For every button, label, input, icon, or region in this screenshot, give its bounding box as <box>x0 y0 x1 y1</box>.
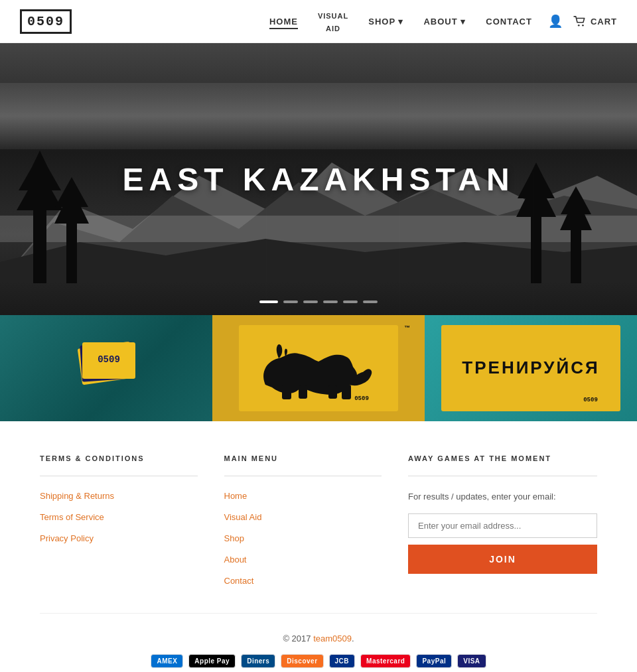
slideshow-dots <box>259 301 378 303</box>
footer-divider-3 <box>408 476 597 476</box>
svg-rect-16 <box>299 385 307 399</box>
copy-link[interactable]: team0509 <box>313 634 352 643</box>
nav-links: HOME VISUAL AID SHOP ▾ ABOUT ▾ CONTACT <box>269 9 532 34</box>
sticker-stack-svg: 0509 <box>40 325 173 411</box>
copyright: © 2017 team0509. <box>40 634 597 643</box>
footer-divider-2 <box>224 476 382 476</box>
dot-6[interactable] <box>363 301 378 303</box>
away-text: For results / updates, enter your email: <box>408 490 597 504</box>
footer-bottom: © 2017 team0509. AMEX Apple Pay Diners D… <box>40 613 597 668</box>
product-grid: 0509 0509 ™ ТРЕНИРУЙ <box>0 315 637 421</box>
dot-5[interactable] <box>343 301 358 303</box>
nav-item-about[interactable]: ABOUT ▾ <box>423 15 466 27</box>
terms-of-service-link[interactable]: Terms of Service <box>40 512 104 522</box>
cart-icon <box>573 16 587 27</box>
privacy-policy-link[interactable]: Privacy Policy <box>40 533 94 543</box>
email-input[interactable] <box>408 513 597 538</box>
footer-visual-aid-link[interactable]: Visual Aid <box>224 512 262 522</box>
nav-link-contact[interactable]: CONTACT <box>486 17 532 27</box>
nav-link-home[interactable]: HOME <box>269 17 298 29</box>
product-card-1[interactable]: 0509 <box>0 315 212 421</box>
svg-text:0509: 0509 <box>98 354 120 365</box>
hero-title: EAST KAZAKHSTAN <box>122 161 514 198</box>
svg-rect-18 <box>342 385 351 399</box>
footer-home-link[interactable]: Home <box>224 491 248 501</box>
footer-about-link[interactable]: About <box>224 555 247 565</box>
footer-away-heading: AWAY GAMES AT THE MOMENT <box>408 454 597 462</box>
svg-marker-7 <box>54 177 89 283</box>
shipping-returns-link[interactable]: Shipping & Returns <box>40 491 114 501</box>
cart-link[interactable]: CART <box>573 16 617 27</box>
dot-2[interactable] <box>283 301 298 303</box>
svg-point-0 <box>578 25 580 27</box>
footer-menu-heading: MAIN MENU <box>224 454 382 462</box>
dot-3[interactable] <box>303 301 318 303</box>
navbar: 0509 HOME VISUAL AID SHOP ▾ ABOUT ▾ CONT… <box>0 0 637 43</box>
footer-divider-1 <box>40 476 198 476</box>
menu-link-5[interactable]: Contact <box>224 574 382 586</box>
svg-point-1 <box>582 25 584 27</box>
nav-item-home[interactable]: HOME <box>269 15 298 27</box>
trees-right <box>511 131 617 283</box>
footer-menu-links: Home Visual Aid Shop About Contact <box>224 490 382 586</box>
logo-text: 0509 <box>20 9 72 34</box>
tm-mark: ™ <box>404 324 410 331</box>
discover-badge: Discover <box>281 654 323 668</box>
dot-4[interactable] <box>323 301 338 303</box>
nav-link-shop[interactable]: SHOP ▾ <box>368 17 403 27</box>
cyrillic-sticker-svg: ТРЕНИРУЙСЯ 0509 <box>438 322 624 415</box>
terms-link-1[interactable]: Shipping & Returns <box>40 490 198 502</box>
fog-overlay <box>0 83 637 149</box>
jcb-badge: JCB <box>329 654 356 668</box>
footer-menu-col: MAIN MENU Home Visual Aid Shop About Con… <box>224 454 382 586</box>
copy-text: © 2017 <box>283 634 311 643</box>
amex-badge: AMEX <box>151 654 183 668</box>
paypal-badge: PayPal <box>416 654 452 668</box>
footer-shop-link[interactable]: Shop <box>224 533 244 543</box>
footer-columns: TERMS & CONDITIONS Shipping & Returns Te… <box>40 454 597 613</box>
diners-badge: Diners <box>241 654 275 668</box>
terms-link-3[interactable]: Privacy Policy <box>40 532 198 544</box>
logo[interactable]: 0509 <box>20 9 72 34</box>
product-card-2[interactable]: 0509 ™ <box>212 315 425 421</box>
footer-away-col: AWAY GAMES AT THE MOMENT For results / u… <box>408 454 597 586</box>
menu-link-2[interactable]: Visual Aid <box>224 511 382 523</box>
product-card-3[interactable]: ТРЕНИРУЙСЯ 0509 <box>425 315 637 421</box>
svg-text:0509: 0509 <box>354 395 369 402</box>
nav-link-about[interactable]: ABOUT ▾ <box>423 17 466 27</box>
nav-link-visual-aid[interactable]: VISUAL AID <box>318 12 348 33</box>
svg-rect-15 <box>282 385 291 399</box>
dot-1[interactable] <box>259 301 278 303</box>
nav-item-visual-aid[interactable]: VISUAL AID <box>318 9 348 34</box>
mastercard-badge: Mastercard <box>360 654 411 668</box>
animal-svg: 0509 <box>232 322 405 415</box>
applepay-badge: Apple Pay <box>188 654 236 668</box>
footer-contact-link[interactable]: Contact <box>224 576 254 586</box>
cart-label: CART <box>591 17 617 27</box>
footer-terms-heading: TERMS & CONDITIONS <box>40 454 198 462</box>
payment-icons: AMEX Apple Pay Diners Discover JCB Maste… <box>40 654 597 668</box>
footer-terms-links: Shipping & Returns Terms of Service Priv… <box>40 490 198 544</box>
nav-item-contact[interactable]: CONTACT <box>486 15 532 27</box>
terms-link-2[interactable]: Terms of Service <box>40 511 198 523</box>
menu-link-1[interactable]: Home <box>224 490 382 502</box>
svg-marker-9 <box>560 186 592 283</box>
join-button[interactable]: JOIN <box>408 545 597 574</box>
svg-marker-8 <box>516 163 556 283</box>
svg-rect-17 <box>328 385 337 399</box>
hero-section: EAST KAZAKHSTAN <box>0 43 637 315</box>
footer: TERMS & CONDITIONS Shipping & Returns Te… <box>0 421 637 672</box>
menu-link-3[interactable]: Shop <box>224 532 382 544</box>
svg-text:0509: 0509 <box>583 397 598 403</box>
user-icon[interactable]: 👤 <box>548 14 563 29</box>
svg-text:ТРЕНИРУЙСЯ: ТРЕНИРУЙСЯ <box>462 358 599 377</box>
svg-marker-6 <box>17 151 63 283</box>
footer-terms-col: TERMS & CONDITIONS Shipping & Returns Te… <box>40 454 198 586</box>
visa-badge: VISA <box>457 654 486 668</box>
nav-item-shop[interactable]: SHOP ▾ <box>368 15 403 27</box>
menu-link-4[interactable]: About <box>224 553 382 565</box>
